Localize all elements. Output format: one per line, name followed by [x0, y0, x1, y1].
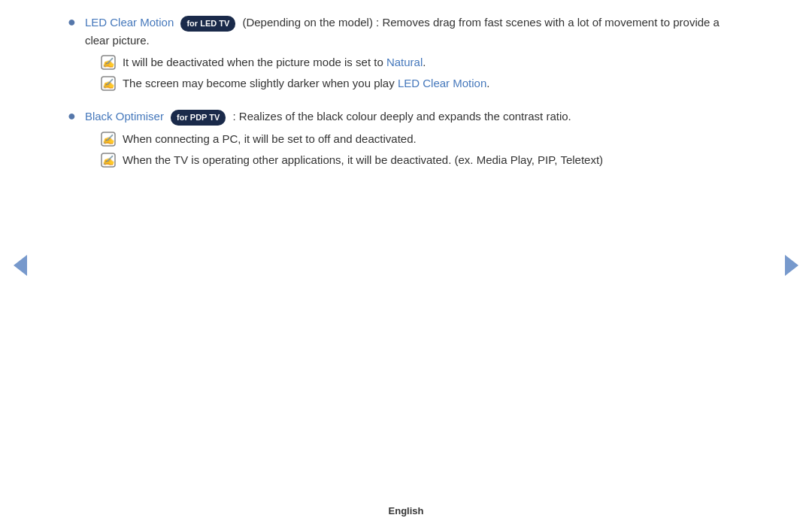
- badge-led-tv: for LED TV: [180, 16, 235, 32]
- led-note-1: ✍ It will be deactivated when the pictur…: [100, 53, 744, 71]
- note-icon-1: ✍: [100, 54, 117, 71]
- nav-next-button[interactable]: [785, 255, 798, 276]
- led-note-1-text: It will be deactivated when the picture …: [123, 53, 744, 71]
- bullet-dot-2: ●: [68, 108, 76, 124]
- note-icon-3: ✍: [100, 131, 117, 147]
- term-black-optimiser: Black Optimiser: [85, 110, 164, 123]
- term-led-clear-motion: LED Clear Motion: [85, 16, 174, 29]
- page-container: ● LED Clear Motion for LED TV (Depending…: [0, 0, 812, 530]
- footer-language: English: [389, 505, 424, 516]
- black-note-2: ✍ When the TV is operating other applica…: [100, 151, 744, 168]
- black-notes: ✍ When connecting a PC, it will be set t…: [85, 130, 744, 169]
- black-note-2-text: When the TV is operating other applicati…: [123, 151, 744, 168]
- black-note-1: ✍ When connecting a PC, it will be set t…: [100, 130, 744, 147]
- term-led-clear-motion-2: LED Clear Motion: [398, 77, 486, 89]
- bullet-item-black-optimiser: ● Black Optimiser for PDP TV : Realizes …: [68, 108, 744, 172]
- svg-text:✍: ✍: [102, 154, 117, 167]
- bullet-dot: ●: [68, 14, 76, 30]
- note-icon-2: ✍: [100, 75, 117, 92]
- content-area: ● LED Clear Motion for LED TV (Depending…: [68, 14, 744, 172]
- nav-prev-button[interactable]: [14, 255, 27, 276]
- bullet-item-led-clear-motion: ● LED Clear Motion for LED TV (Depending…: [68, 14, 744, 95]
- led-note-2: ✍ The screen may become slightly darker …: [100, 74, 744, 92]
- black-note-1-text: When connecting a PC, it will be set to …: [123, 130, 744, 147]
- svg-text:✍: ✍: [102, 133, 117, 146]
- bullet-content-black: Black Optimiser for PDP TV : Realizes of…: [85, 108, 744, 172]
- svg-text:✍: ✍: [102, 77, 117, 90]
- badge-pdp-tv: for PDP TV: [171, 110, 226, 126]
- led-notes: ✍ It will be deactivated when the pictur…: [85, 53, 744, 92]
- term-natural: Natural: [386, 56, 423, 68]
- svg-text:✍: ✍: [102, 56, 117, 69]
- led-note-2-text: The screen may become slightly darker wh…: [123, 74, 744, 92]
- bullet-content-led: LED Clear Motion for LED TV (Depending o…: [85, 14, 744, 95]
- note-icon-4: ✍: [100, 152, 117, 168]
- black-description: : Realizes of the black colour deeply an…: [233, 110, 571, 123]
